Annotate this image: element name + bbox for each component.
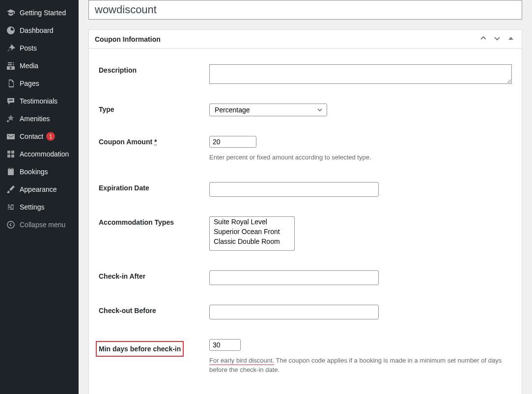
admin-sidebar: Getting Started Dashboard Posts Media Pa…	[0, 0, 79, 394]
mail-icon	[6, 131, 16, 141]
panel-toggle-icon[interactable]	[506, 35, 516, 43]
coupon-title-input[interactable]	[88, 0, 522, 20]
pin-icon	[6, 43, 16, 53]
min-days-help: For early bird discount. The coupon code…	[209, 356, 512, 375]
brush-icon	[6, 184, 16, 194]
panel-header-actions	[478, 35, 516, 43]
label-expiration-date: Expiration Date	[99, 182, 209, 192]
sidebar-item-label: Dashboard	[20, 26, 54, 34]
checkin-after-input[interactable]	[209, 270, 379, 285]
row-checkin-after: Check-in After	[99, 261, 512, 295]
label-description: Description	[99, 64, 209, 74]
sidebar-item-accommodation[interactable]: Accommodation	[0, 145, 79, 163]
type-select[interactable]: Percentage	[209, 104, 327, 116]
sidebar-item-label: Getting Started	[20, 9, 66, 17]
media-icon	[6, 61, 16, 71]
coupon-information-panel: Coupon Information Description Type	[88, 29, 522, 394]
row-coupon-amount: Coupon Amount * Enter percent or fixed a…	[99, 126, 512, 172]
coupon-amount-input[interactable]	[209, 136, 256, 148]
sidebar-item-label: Bookings	[20, 168, 48, 176]
row-checkout-before: Check-out Before	[99, 295, 512, 329]
sidebar-item-label: Media	[20, 62, 38, 70]
accommodation-types-select[interactable]: Suite Royal Level Superior Ocean Front C…	[209, 216, 295, 251]
row-expiration-date: Expiration Date	[99, 172, 512, 207]
label-accommodation-types: Accommodation Types	[99, 216, 209, 226]
graduation-icon	[6, 8, 16, 18]
min-days-input[interactable]	[209, 339, 241, 351]
row-type: Type Percentage	[99, 94, 512, 126]
sidebar-item-appearance[interactable]: Appearance	[0, 181, 79, 198]
contact-badge: 1	[46, 132, 55, 141]
panel-body: Description Type Percentage Coupon Amoun…	[89, 49, 522, 394]
calendar-icon	[6, 167, 16, 177]
sidebar-item-amenities[interactable]: Amenities	[0, 110, 79, 128]
dashboard-icon	[6, 26, 16, 35]
grid-icon	[6, 149, 16, 159]
chat-icon	[6, 96, 16, 106]
description-textarea[interactable]	[209, 64, 512, 84]
expiration-date-input[interactable]	[209, 182, 379, 197]
label-checkout-before: Check-out Before	[99, 305, 209, 315]
amenities-icon	[6, 114, 16, 124]
settings-icon	[6, 202, 16, 212]
svg-point-0	[7, 221, 14, 228]
sidebar-item-testimonials[interactable]: Testimonials	[0, 92, 79, 110]
row-min-days: Min days before check-in For early bird …	[99, 329, 512, 385]
row-description: Description	[99, 54, 512, 94]
label-coupon-amount: Coupon Amount *	[99, 136, 209, 146]
sidebar-item-label: Appearance	[20, 185, 57, 193]
collapse-menu[interactable]: Collapse menu	[0, 216, 79, 234]
sidebar-item-pages[interactable]: Pages	[0, 75, 79, 92]
panel-move-up-icon[interactable]	[478, 35, 488, 43]
sidebar-item-label: Settings	[20, 203, 45, 211]
collapse-icon	[6, 220, 16, 230]
main-content: Coupon Information Description Type	[79, 0, 532, 394]
label-type: Type	[99, 104, 209, 113]
sidebar-item-label: Posts	[20, 44, 37, 52]
sidebar-item-settings[interactable]: Settings	[0, 198, 79, 216]
row-accommodation-types: Accommodation Types Suite Royal Level Su…	[99, 207, 512, 261]
coupon-amount-help: Enter percent or fixed amount according …	[209, 153, 512, 162]
sidebar-item-posts[interactable]: Posts	[0, 39, 79, 57]
sidebar-item-label: Amenities	[20, 115, 50, 123]
panel-move-down-icon[interactable]	[492, 35, 502, 43]
panel-title: Coupon Information	[95, 35, 161, 43]
sidebar-item-label: Testimonials	[20, 97, 57, 105]
sidebar-item-label: Pages	[20, 79, 39, 87]
checkout-before-input[interactable]	[209, 305, 379, 319]
sidebar-item-contact[interactable]: Contact 1	[0, 128, 79, 145]
sidebar-item-bookings[interactable]: Bookings	[0, 163, 79, 181]
panel-header: Coupon Information	[89, 30, 522, 49]
required-indicator: *	[154, 138, 157, 146]
collapse-label: Collapse menu	[20, 221, 65, 229]
label-min-days: Min days before check-in	[99, 339, 209, 357]
sidebar-item-media[interactable]: Media	[0, 57, 79, 75]
label-checkin-after: Check-in After	[99, 270, 209, 280]
sidebar-item-getting-started[interactable]: Getting Started	[0, 4, 79, 22]
page-icon	[6, 79, 16, 88]
sidebar-item-label: Contact	[20, 132, 43, 140]
sidebar-item-dashboard[interactable]: Dashboard	[0, 22, 79, 39]
sidebar-item-label: Accommodation	[20, 150, 69, 158]
row-max-days: Max days before check-in For last minute…	[99, 385, 512, 394]
